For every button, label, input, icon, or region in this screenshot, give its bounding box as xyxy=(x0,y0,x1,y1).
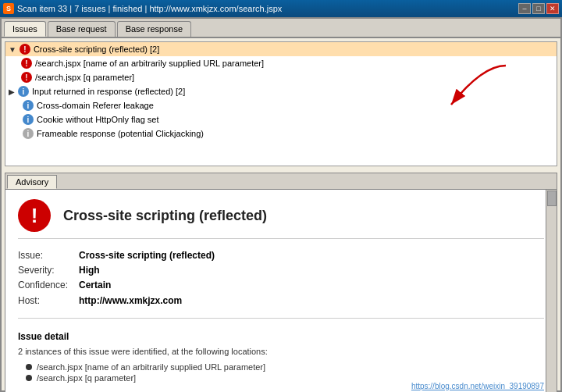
title-bar: S Scan item 33 | 7 issues | finished | h… xyxy=(0,0,562,17)
maximize-button[interactable]: □ xyxy=(532,3,545,14)
bullet-dot-1 xyxy=(26,364,32,370)
issue-label-2: /search.jspx [name of an arbitrarily sup… xyxy=(35,59,264,68)
info-icon-4: i xyxy=(18,86,29,97)
scrollbar-thumb[interactable] xyxy=(547,191,557,206)
close-button[interactable]: ✕ xyxy=(546,3,559,14)
issue-label-7: Frameable response (potential Clickjacki… xyxy=(37,129,204,138)
location-item-1: /search.jspx [name of an arbitrarily sup… xyxy=(26,362,544,372)
confidence-label-key: Confidence: xyxy=(18,278,73,293)
issue-item-5[interactable]: i Cross-domain Referer leakage xyxy=(5,98,557,112)
info-icon-7: i xyxy=(23,128,34,139)
expand-arrow-1[interactable]: ▼ xyxy=(9,45,16,54)
advisory-title: Cross-site scripting (reflected) xyxy=(63,208,267,224)
advisory-header: ! Cross-site scripting (reflected) xyxy=(18,199,544,239)
advisory-tab-bar: Advisory xyxy=(5,173,557,189)
info-row-severity: Severity: High xyxy=(18,263,544,278)
tab-base-request[interactable]: Base request xyxy=(48,21,116,37)
title-bar-buttons: – □ ✕ xyxy=(518,3,559,14)
bullet-dot-2 xyxy=(26,375,32,381)
app-icon: S xyxy=(3,3,14,14)
issue-item-1[interactable]: ▼ ! Cross-site scripting (reflected) [2] xyxy=(5,42,557,56)
info-row-host: Host: http://www.xmkjzx.com xyxy=(18,294,544,308)
issue-detail-title: Issue detail xyxy=(18,331,544,342)
app-icon-letter: S xyxy=(6,5,11,12)
tab-advisory[interactable]: Advisory xyxy=(7,175,57,189)
title-bar-left: S Scan item 33 | 7 issues | finished | h… xyxy=(3,3,282,14)
info-row-issue: Issue: Cross-site scripting (reflected) xyxy=(18,248,544,263)
main-tab-bar: Issues Base request Base response xyxy=(2,19,560,38)
location-text-2: /search.jspx [q parameter] xyxy=(37,373,136,383)
error-icon-3: ! xyxy=(21,72,32,83)
issue-label-4: Input returned in response (reflected) [… xyxy=(32,87,185,96)
expand-arrow-4[interactable]: ▶ xyxy=(9,87,15,96)
issues-container: ▼ ! Cross-site scripting (reflected) [2]… xyxy=(2,38,560,169)
issue-label-1: Cross-site scripting (reflected) [2] xyxy=(34,45,159,54)
host-label-key: Host: xyxy=(18,294,73,308)
issue-item-2[interactable]: ! /search.jspx [name of an arbitrarily s… xyxy=(5,56,557,70)
issue-label-3: /search.jspx [q parameter] xyxy=(35,73,134,82)
issue-item-4[interactable]: ▶ i Input returned in response (reflecte… xyxy=(5,84,557,98)
info-row-confidence: Confidence: Certain xyxy=(18,278,544,293)
window-title: Scan item 33 | 7 issues | finished | htt… xyxy=(17,4,282,13)
main-window: Issues Base request Base response ▼ ! Cr… xyxy=(0,17,562,392)
issue-label-val: Cross-site scripting (reflected) xyxy=(79,248,215,263)
issue-item-6[interactable]: i Cookie without HttpOnly flag set xyxy=(5,112,557,127)
minimize-button[interactable]: – xyxy=(518,3,531,14)
issue-label-key: Issue: xyxy=(18,248,73,263)
tab-base-response[interactable]: Base response xyxy=(117,21,191,37)
advisory-info-table: Issue: Cross-site scripting (reflected) … xyxy=(18,248,544,319)
host-label-val: http://www.xmkjzx.com xyxy=(79,294,182,308)
advisory-section: Advisory ! Cross-site scripting (reflect… xyxy=(5,173,557,392)
scrollbar-track[interactable] xyxy=(546,190,557,392)
advisory-error-icon: ! xyxy=(18,199,51,232)
issue-item-7[interactable]: i Frameable response (potential Clickjac… xyxy=(5,127,557,141)
issue-detail-text: 2 instances of this issue were identifie… xyxy=(18,347,544,356)
issue-label-6: Cookie without HttpOnly flag set xyxy=(37,115,159,124)
error-icon-2: ! xyxy=(21,58,32,69)
confidence-label-val: Certain xyxy=(79,278,111,293)
issues-panel[interactable]: ▼ ! Cross-site scripting (reflected) [2]… xyxy=(5,41,557,166)
watermark: https://blog.csdn.net/weixin_39190897 xyxy=(411,382,544,390)
locations-list: /search.jspx [name of an arbitrarily sup… xyxy=(18,362,544,383)
issue-detail-section: Issue detail 2 instances of this issue w… xyxy=(18,331,544,383)
issue-item-3[interactable]: ! /search.jspx [q parameter] xyxy=(5,70,557,84)
tab-issues[interactable]: Issues xyxy=(4,21,46,37)
location-text-1: /search.jspx [name of an arbitrarily sup… xyxy=(37,362,265,372)
severity-label-val: High xyxy=(79,263,100,278)
info-icon-6: i xyxy=(23,114,34,125)
issue-label-5: Cross-domain Referer leakage xyxy=(37,101,154,110)
info-icon-5: i xyxy=(23,100,34,111)
error-icon-1: ! xyxy=(20,44,30,55)
advisory-content[interactable]: ! Cross-site scripting (reflected) Issue… xyxy=(5,189,557,392)
severity-label-key: Severity: xyxy=(18,263,73,278)
